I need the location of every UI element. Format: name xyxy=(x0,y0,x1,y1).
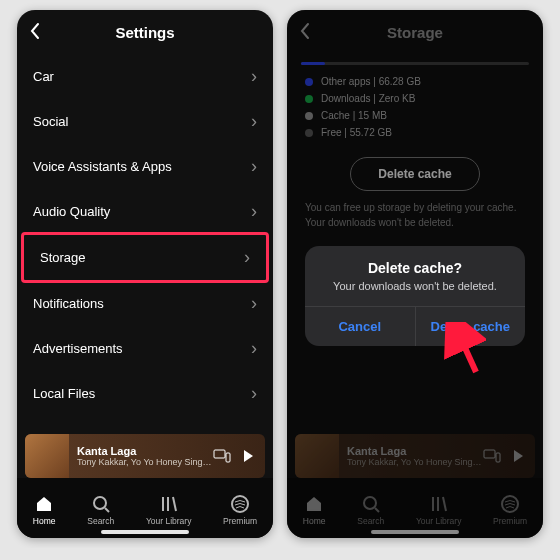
tab-bar: Home Search Your Library Premium xyxy=(17,478,273,538)
svg-point-2 xyxy=(94,497,106,509)
svg-line-3 xyxy=(105,508,109,512)
chevron-right-icon: › xyxy=(251,156,257,177)
svg-rect-0 xyxy=(214,450,225,458)
now-playing-bar[interactable]: Kanta Laga Tony Kakkar, Yo Yo Honey Sing… xyxy=(25,434,265,478)
chevron-right-icon: › xyxy=(251,338,257,359)
dialog-cancel-button[interactable]: Cancel xyxy=(305,307,415,346)
track-title: Kanta Laga xyxy=(77,445,213,457)
track-artist: Tony Kakkar, Yo Yo Honey Singh, Neha Kak xyxy=(77,457,213,467)
svg-line-16 xyxy=(456,328,476,372)
page-title: Settings xyxy=(115,24,174,41)
phone-settings: Settings Car› Social› Voice Assistants &… xyxy=(17,10,273,538)
phone-storage: Storage Other apps | 66.28 GB Downloads … xyxy=(287,10,543,538)
dialog-title: Delete cache? xyxy=(305,246,525,280)
tab-search[interactable]: Search xyxy=(87,494,114,526)
settings-row-storage[interactable]: Storage› xyxy=(21,232,269,283)
tab-home[interactable]: Home xyxy=(33,494,56,526)
dialog-message: Your downloads won't be deleted. xyxy=(305,280,525,306)
play-icon[interactable] xyxy=(241,449,255,463)
devices-icon[interactable] xyxy=(213,449,231,463)
settings-row-localfiles[interactable]: Local Files› xyxy=(17,371,273,416)
header: Settings xyxy=(17,10,273,54)
settings-row-car[interactable]: Car› xyxy=(17,54,273,99)
chevron-right-icon: › xyxy=(251,383,257,404)
settings-row-audio[interactable]: Audio Quality› xyxy=(17,189,273,234)
home-indicator xyxy=(101,530,189,534)
chevron-right-icon: › xyxy=(251,201,257,222)
delete-cache-dialog: Delete cache? Your downloads won't be de… xyxy=(305,246,525,346)
settings-row-notifications[interactable]: Notifications› xyxy=(17,281,273,326)
chevron-right-icon: › xyxy=(251,293,257,314)
annotation-arrow-icon xyxy=(442,322,486,378)
chevron-right-icon: › xyxy=(244,247,250,268)
chevron-right-icon: › xyxy=(251,111,257,132)
svg-line-6 xyxy=(173,497,176,511)
album-art xyxy=(25,434,69,478)
back-icon[interactable] xyxy=(29,22,41,40)
tab-premium[interactable]: Premium xyxy=(223,494,257,526)
settings-row-voice[interactable]: Voice Assistants & Apps› xyxy=(17,144,273,189)
chevron-right-icon: › xyxy=(251,66,257,87)
svg-rect-1 xyxy=(226,453,230,462)
settings-row-social[interactable]: Social› xyxy=(17,99,273,144)
tab-library[interactable]: Your Library xyxy=(146,494,192,526)
settings-row-ads[interactable]: Advertisements› xyxy=(17,326,273,371)
